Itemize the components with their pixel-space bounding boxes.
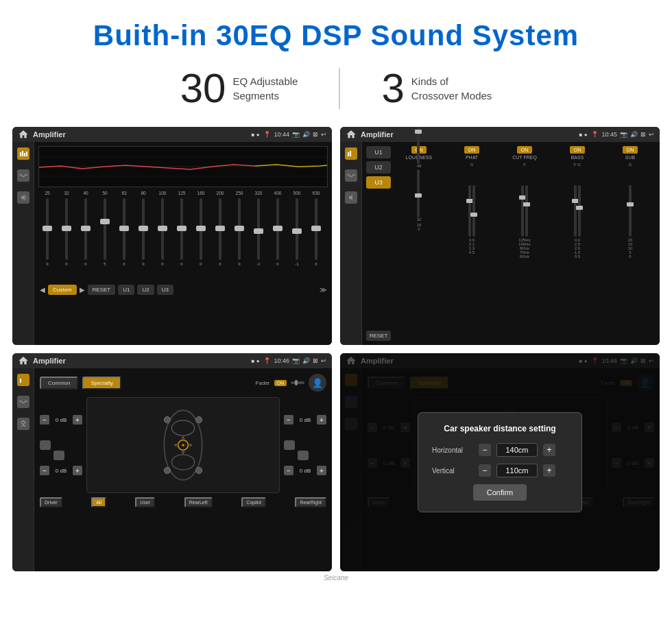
- confirm-button[interactable]: Confirm: [473, 484, 527, 501]
- eq-icon[interactable]: [17, 147, 29, 160]
- eq-labels: 25 32 40 50 63 80 100 125 160 200 250 32…: [38, 191, 328, 195]
- eq-reset-btn[interactable]: RESET: [88, 285, 116, 295]
- nav-prev[interactable]: ◀: [40, 286, 45, 294]
- vertical-label: Vertical: [432, 467, 473, 475]
- copilot-btn[interactable]: Copilot: [241, 497, 266, 508]
- bass-on[interactable]: ON: [570, 146, 586, 154]
- preset-u3[interactable]: U3: [366, 176, 391, 189]
- fader-on[interactable]: ON: [274, 380, 287, 386]
- wave-icon[interactable]: [17, 169, 29, 182]
- horizontal-minus[interactable]: −: [479, 444, 491, 456]
- eq-u3-btn[interactable]: U3: [157, 285, 173, 295]
- eq-slider-1[interactable]: 0: [58, 198, 75, 281]
- minus-btn-br[interactable]: −: [284, 466, 293, 475]
- preset-u2[interactable]: U2: [366, 161, 391, 174]
- screen3-title: Amplifier: [33, 357, 248, 365]
- eq-slider-11[interactable]: -1: [250, 198, 267, 281]
- wifi-icon: ⊠: [313, 131, 318, 138]
- eq-slider-14[interactable]: 0: [307, 198, 325, 281]
- eq-slider-6[interactable]: 0: [154, 198, 171, 281]
- bluetooth-icon[interactable]: [17, 418, 29, 430]
- minus-btn-tr[interactable]: −: [284, 415, 293, 425]
- spk-icon-tl: [40, 440, 51, 450]
- plus-btn-bl[interactable]: +: [73, 466, 82, 475]
- bass-label: BASS: [571, 155, 584, 160]
- eq-custom-btn[interactable]: Custom: [48, 285, 77, 295]
- eq-slider-0[interactable]: 0: [38, 198, 56, 281]
- page-header: Buith-in 30EQ DSP Sound System: [0, 0, 672, 64]
- minus-btn-bl[interactable]: −: [40, 466, 49, 475]
- user-icon-btn[interactable]: 👤: [309, 374, 326, 392]
- db-value-tl: 0 dB: [51, 417, 71, 423]
- eq-slider-3[interactable]: 5: [96, 198, 114, 281]
- eq-slider-12[interactable]: 0: [269, 198, 287, 281]
- screen1-sidebar: [12, 142, 34, 345]
- eq-slider-8[interactable]: 0: [192, 198, 210, 281]
- eq-u2-btn[interactable]: U2: [137, 285, 154, 295]
- speaker-icon-2[interactable]: [345, 191, 357, 204]
- reset-btn[interactable]: RESET: [366, 331, 391, 341]
- eq-u1-btn[interactable]: U1: [118, 285, 134, 295]
- eq-svg: [19, 150, 27, 158]
- plus-btn-br[interactable]: +: [317, 466, 326, 475]
- speaker-icon[interactable]: [17, 191, 29, 204]
- user-btn[interactable]: User: [135, 497, 155, 508]
- db-control-br: − 0 dB +: [284, 466, 326, 475]
- channel-sub: ON SUB G 20 15 10 5 0: [605, 146, 656, 341]
- all-btn[interactable]: All: [91, 497, 106, 508]
- screen1-main: 25 32 40 50 63 80 100 125 160 200 250 32…: [34, 142, 332, 345]
- eq-label-1: 32: [58, 191, 75, 195]
- horizontal-plus[interactable]: +: [543, 444, 555, 456]
- car-svg: [152, 404, 214, 486]
- phat-on[interactable]: ON: [464, 146, 480, 154]
- stat-crossover: 3 Kinds of Crossover Modes: [381, 64, 492, 112]
- plus-btn-tl[interactable]: +: [73, 415, 82, 425]
- dialog-title: Car speaker distance setting: [432, 424, 568, 433]
- wave-icon-2[interactable]: [345, 169, 357, 182]
- eq-slider-5[interactable]: 0: [134, 198, 152, 281]
- back-icon-2: ↩: [649, 131, 654, 138]
- eq-icon-2[interactable]: [345, 147, 357, 160]
- eq-label-11: 320: [250, 191, 267, 195]
- svg-point-22: [164, 416, 170, 422]
- crossover-channels: ON LOUDNESS 64 48 32 16 0: [394, 146, 656, 341]
- speaker-layout: − 0 dB + − 0 dB +: [40, 397, 326, 493]
- specialty-btn[interactable]: Specialty: [82, 377, 121, 390]
- horizontal-label: Horizontal: [432, 446, 473, 454]
- sub-on[interactable]: ON: [623, 146, 638, 154]
- eq-slider-9[interactable]: 0: [211, 198, 229, 281]
- volume-icon-2: 🔊: [630, 131, 638, 138]
- eq-label-7: 125: [173, 191, 191, 195]
- eq-slider-2[interactable]: 0: [77, 198, 95, 281]
- svg-marker-21: [189, 443, 193, 447]
- vertical-minus[interactable]: −: [479, 464, 491, 477]
- nav-next[interactable]: ▶: [80, 286, 85, 294]
- eq-slider-4[interactable]: 0: [115, 198, 133, 281]
- common-btn[interactable]: Common: [40, 377, 78, 390]
- rearleft-btn[interactable]: RearLeft: [184, 497, 213, 508]
- screen2-sidebar: [340, 142, 362, 345]
- eq-slider-7[interactable]: 0: [173, 198, 191, 281]
- spk-icon-tr: [284, 440, 295, 450]
- status-bar-1: Amplifier ■ ● 📍 10:44 📷 🔊 ⊠ ↩: [12, 127, 332, 142]
- cutfreq-on[interactable]: ON: [517, 146, 533, 154]
- camera-icon-3: 📷: [292, 357, 300, 364]
- dialog-overlay: Car speaker distance setting Horizontal …: [340, 353, 660, 571]
- wave-icon-3[interactable]: [17, 396, 29, 408]
- plus-btn-tr[interactable]: +: [317, 415, 326, 425]
- minus-btn-tl[interactable]: −: [40, 415, 49, 425]
- vertical-plus[interactable]: +: [543, 464, 555, 477]
- eq-slider-10[interactable]: 0: [230, 198, 248, 281]
- svg-rect-8: [348, 152, 349, 156]
- screen3-content: Common Specialty Fader ON 👤: [12, 368, 332, 571]
- preset-u1[interactable]: U1: [366, 146, 391, 158]
- screen2-main: U1 U2 U3 RESET ON LOUDNESS 64: [362, 142, 660, 345]
- screen2-content: U1 U2 U3 RESET ON LOUDNESS 64: [340, 142, 660, 345]
- screen1-icons: ■ ●: [252, 132, 260, 138]
- spk-icon-br: [298, 451, 309, 460]
- eq-icon-3[interactable]: [17, 374, 29, 386]
- eq-slider-13[interactable]: -1: [288, 198, 306, 281]
- rearright-btn[interactable]: RearRight: [295, 497, 326, 508]
- driver-btn[interactable]: Driver: [40, 497, 62, 508]
- stat-divider: [339, 68, 340, 109]
